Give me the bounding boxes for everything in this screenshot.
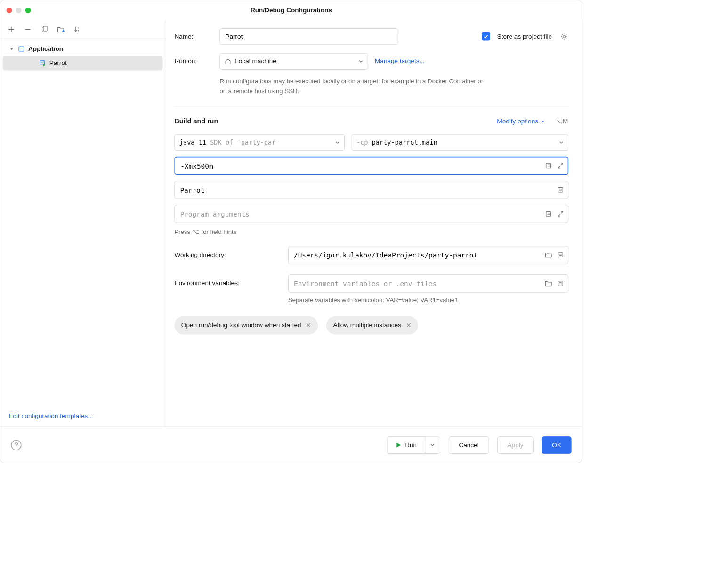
name-label: Name: [174, 33, 213, 40]
svg-text:z: z [78, 29, 79, 32]
run-on-hint: Run configurations may be executed local… [219, 76, 491, 96]
sdk-select[interactable]: java 11 SDK of 'party-par [174, 134, 345, 151]
chip-allow-multiple-instances[interactable]: Allow multiple instances ✕ [326, 316, 418, 334]
ok-button[interactable]: OK [542, 436, 572, 454]
titlebar: Run/Debug Configurations [0, 0, 582, 20]
run-config-icon [39, 59, 46, 67]
env-vars-input[interactable] [288, 274, 568, 292]
application-icon [18, 45, 25, 53]
add-configuration-button[interactable] [7, 25, 16, 33]
history-icon[interactable] [557, 186, 565, 194]
history-icon[interactable] [557, 280, 565, 288]
close-icon[interactable]: ✕ [306, 322, 311, 330]
window-title: Run/Debug Configurations [0, 7, 582, 14]
new-folder-button[interactable] [57, 25, 65, 33]
cp-prefix: -cp [356, 139, 368, 146]
tree-group-label: Application [28, 45, 63, 53]
working-directory-label: Working directory: [174, 251, 280, 259]
expand-icon[interactable] [557, 161, 565, 170]
svg-rect-4 [43, 26, 47, 31]
chevron-down-icon [559, 140, 564, 145]
svg-rect-30 [558, 253, 563, 257]
remove-configuration-button[interactable] [24, 25, 32, 33]
svg-marker-10 [10, 48, 13, 50]
history-icon[interactable] [544, 210, 553, 218]
folder-icon[interactable] [544, 280, 553, 288]
sdk-suffix: SDK of 'party-par [210, 139, 275, 146]
working-directory-input[interactable] [288, 246, 568, 264]
home-icon [225, 58, 231, 64]
vm-options-input[interactable] [174, 157, 568, 175]
cancel-button[interactable]: Cancel [449, 436, 489, 454]
svg-rect-13 [40, 61, 45, 64]
tree-item-parrot[interactable]: Parrot [3, 56, 163, 70]
store-as-project-checkbox[interactable] [482, 32, 491, 41]
dialog-footer: ? Run Cancel Apply OK [0, 426, 582, 463]
folder-icon[interactable] [544, 251, 553, 259]
run-button[interactable]: Run [387, 436, 425, 454]
env-vars-hint: Separate variables with semicolon: VAR=v… [288, 297, 568, 304]
chevron-down-icon [335, 140, 340, 145]
copy-configuration-button[interactable] [40, 25, 49, 33]
store-as-project-label: Store as project file [497, 33, 552, 40]
program-arguments-input[interactable] [174, 205, 568, 223]
build-and-run-title: Build and run [174, 117, 218, 125]
main-panel: Name: Store as project file Run on: Loc [165, 20, 582, 426]
svg-marker-36 [396, 442, 401, 447]
run-dropdown-button[interactable] [425, 436, 440, 454]
name-input[interactable] [219, 28, 398, 45]
history-icon[interactable] [557, 251, 565, 259]
run-debug-configurations-window: Run/Debug Configurations az [0, 0, 582, 463]
modify-options-shortcut: ⌥M [555, 117, 568, 125]
play-icon [396, 442, 402, 448]
svg-rect-33 [558, 281, 563, 286]
classpath-select[interactable]: -cp party-parrot.main [351, 134, 568, 151]
gear-icon[interactable] [560, 32, 569, 41]
apply-button[interactable]: Apply [497, 436, 534, 454]
chip-open-tool-window[interactable]: Open run/debug tool window when started … [174, 316, 318, 334]
configuration-tree: Application Parrot [0, 39, 165, 405]
cp-value: party-parrot.main [372, 139, 437, 146]
svg-rect-11 [19, 47, 24, 51]
modify-options-link[interactable]: Modify options [497, 117, 545, 125]
edit-templates-link[interactable]: Edit configuration templates... [8, 412, 93, 419]
tree-item-label: Parrot [49, 59, 67, 67]
field-hint: Press ⌥ for field hints [174, 228, 568, 235]
sidebar-toolbar: az [0, 20, 165, 39]
close-icon[interactable]: ✕ [406, 322, 412, 330]
manage-targets-link[interactable]: Manage targets... [375, 57, 425, 65]
expand-icon[interactable] [557, 210, 565, 218]
chevron-down-icon [9, 47, 15, 51]
sort-alpha-button[interactable]: az [73, 25, 82, 33]
chevron-down-icon [359, 59, 364, 64]
svg-point-16 [563, 35, 566, 38]
history-icon[interactable] [544, 161, 553, 170]
run-on-value: Local machine [235, 57, 276, 65]
sdk-value: java 11 [179, 139, 206, 146]
env-vars-label: Environment variables: [174, 280, 280, 288]
tree-group-application[interactable]: Application [0, 42, 165, 56]
svg-rect-25 [546, 212, 551, 217]
run-split-button: Run [387, 436, 440, 454]
main-class-input[interactable] [174, 181, 568, 199]
run-on-label: Run on: [174, 57, 213, 65]
svg-rect-17 [546, 163, 551, 168]
help-button[interactable]: ? [11, 440, 21, 450]
svg-rect-22 [558, 188, 563, 193]
run-on-select[interactable]: Local machine [219, 53, 368, 70]
sidebar: az Application Parrot [0, 20, 165, 426]
